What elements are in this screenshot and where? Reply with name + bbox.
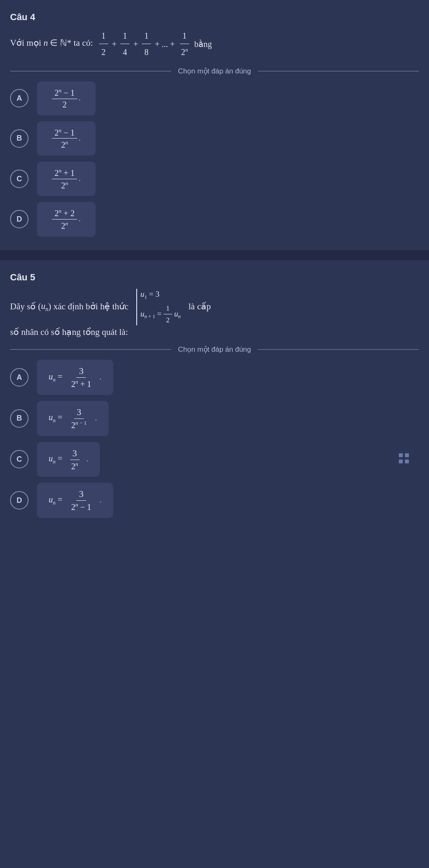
q4-box-a: 2n − 1 2 . [37,81,96,115]
q4-box-b: 2n − 1 2n . [37,121,96,156]
q5-option-d[interactable]: D un = 3 2n − 1 . [10,483,419,518]
svg-rect-0 [399,453,403,457]
q4-option-c[interactable]: C 2n + 1 2n . [10,162,419,196]
q5-divider: Chọn một đáp án đúng [10,345,419,354]
q5-divider-line-left [10,349,171,350]
q5-box-c: un = 3 2n . [37,442,100,477]
svg-rect-3 [405,460,409,463]
q4-letter-b: B [10,129,29,148]
q4-letter-c: C [10,170,29,188]
q5-suffix: là cấp [186,301,211,311]
q5-option-c[interactable]: C un = 3 2n . [10,442,419,477]
q4-letter-a: A [10,89,29,107]
q4-option-a[interactable]: A 2n − 1 2 . [10,81,419,115]
q4-sum: 1 2 + 1 4 + 1 8 + ... + 1 2n bằng [95,29,212,59]
q5-intro: Dãy số (un) xác định bởi hệ thức [10,301,131,311]
q5-title: Câu 5 [10,272,419,283]
q4-title: Câu 4 [10,12,419,23]
q5-sys-line2: un + 1 = 1 2 un [140,303,181,326]
q5-letter-a: A [10,368,29,387]
q5-letter-d: D [10,491,29,510]
q4-choose-label: Chọn một đáp án đúng [178,67,251,76]
q4-options: A 2n − 1 2 . B 2n − 1 2n . C [10,81,419,237]
q5-box-b: un = 3 2n − 1 . [37,401,109,436]
q5-box-d: un = 3 2n − 1 . [37,483,113,518]
q4-divider: Chọn một đáp án đúng [10,67,419,76]
q4-intro: Với mọi n ∈ ℕ* ta có: [10,38,93,48]
grid-icon [397,452,419,467]
svg-rect-1 [405,453,409,457]
q4-option-b[interactable]: B 2n − 1 2n . [10,121,419,156]
q5-text: Dãy số (un) xác định bởi hệ thức u1 = 3 … [10,289,419,326]
q4-box-d: 2n + 2 2n . [37,202,96,236]
q4-box-c: 2n + 1 2n . [37,162,96,196]
q5-option-a[interactable]: A un = 3 2n + 1 . [10,360,419,395]
q4-option-d[interactable]: D 2n + 2 2n . [10,202,419,236]
q5-letter-b: B [10,409,29,428]
divider-line-left [10,71,171,71]
q5-letter-c: C [10,450,29,468]
divider-line-right [258,71,419,71]
q5-system: u1 = 3 un + 1 = 1 2 un [136,289,181,326]
q4-text: Với mọi n ∈ ℕ* ta có: 1 2 + 1 4 + 1 8 + … [10,29,419,59]
q5-option-b[interactable]: B un = 3 2n − 1 . [10,401,419,436]
separator [0,250,429,260]
question-4: Câu 4 Với mọi n ∈ ℕ* ta có: 1 2 + 1 4 + … [0,0,429,250]
q4-letter-d: D [10,210,29,228]
q5-box-a: un = 3 2n + 1 . [37,360,113,395]
question-5: Câu 5 Dãy số (un) xác định bởi hệ thức u… [0,260,429,531]
svg-rect-2 [399,460,403,463]
q5-sys-line1: u1 = 3 [140,289,181,301]
q5-choose-label: Chọn một đáp án đúng [178,345,251,354]
q5-options: A un = 3 2n + 1 . B un = 3 2n − 1 . [10,360,419,518]
q5-suffix2: số nhân có số hạng tổng quát là: [10,327,419,337]
q5-divider-line-right [258,349,419,350]
